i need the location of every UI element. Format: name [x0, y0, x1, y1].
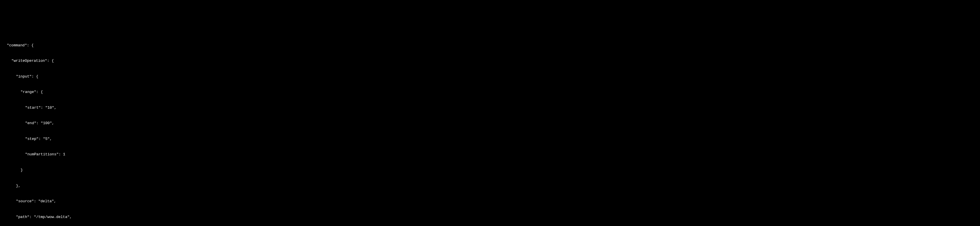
json-line: "end": "100",: [2, 121, 978, 126]
json-line: "numPartitions": 1: [2, 152, 978, 157]
json-line: "range": {: [2, 89, 978, 95]
json-block: "command": { "writeOperation": { "input"…: [2, 32, 978, 226]
json-line: "command": {: [2, 43, 978, 48]
json-line: }: [2, 168, 978, 173]
json-line: "start": "10",: [2, 105, 978, 110]
terminal-output: "command": { "writeOperation": { "input"…: [2, 22, 978, 226]
json-line: "writeOperation": {: [2, 58, 978, 64]
json-line: "step": "5",: [2, 137, 978, 142]
json-line: "input": {: [2, 74, 978, 79]
json-line: },: [2, 183, 978, 189]
json-line: "path": "/tmp/wow.delta",: [2, 215, 978, 220]
json-line: "source": "delta",: [2, 199, 978, 204]
